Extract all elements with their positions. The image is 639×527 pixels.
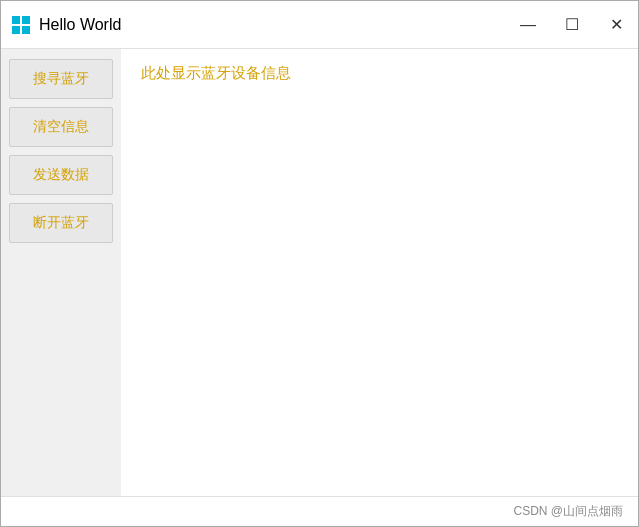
window-title: Hello World xyxy=(39,16,516,34)
svg-rect-3 xyxy=(22,26,30,34)
footer-credit: CSDN @山间点烟雨 xyxy=(513,503,623,520)
info-placeholder-text: 此处显示蓝牙设备信息 xyxy=(141,64,291,81)
app-icon xyxy=(11,15,31,35)
search-bluetooth-button[interactable]: 搜寻蓝牙 xyxy=(9,59,113,99)
disconnect-bluetooth-button[interactable]: 断开蓝牙 xyxy=(9,203,113,243)
maximize-button[interactable]: ☐ xyxy=(560,13,584,37)
minimize-button[interactable]: — xyxy=(516,13,540,37)
main-content: 搜寻蓝牙 清空信息 发送数据 断开蓝牙 此处显示蓝牙设备信息 xyxy=(1,49,638,496)
footer: CSDN @山间点烟雨 xyxy=(1,496,638,526)
svg-rect-2 xyxy=(12,26,20,34)
info-panel: 此处显示蓝牙设备信息 xyxy=(121,49,638,496)
close-button[interactable]: ✕ xyxy=(604,13,628,37)
svg-rect-0 xyxy=(12,16,20,24)
svg-rect-1 xyxy=(22,16,30,24)
window-controls: — ☐ ✕ xyxy=(516,13,628,37)
sidebar: 搜寻蓝牙 清空信息 发送数据 断开蓝牙 xyxy=(1,49,121,496)
clear-info-button[interactable]: 清空信息 xyxy=(9,107,113,147)
title-bar: Hello World — ☐ ✕ xyxy=(1,1,638,49)
send-data-button[interactable]: 发送数据 xyxy=(9,155,113,195)
